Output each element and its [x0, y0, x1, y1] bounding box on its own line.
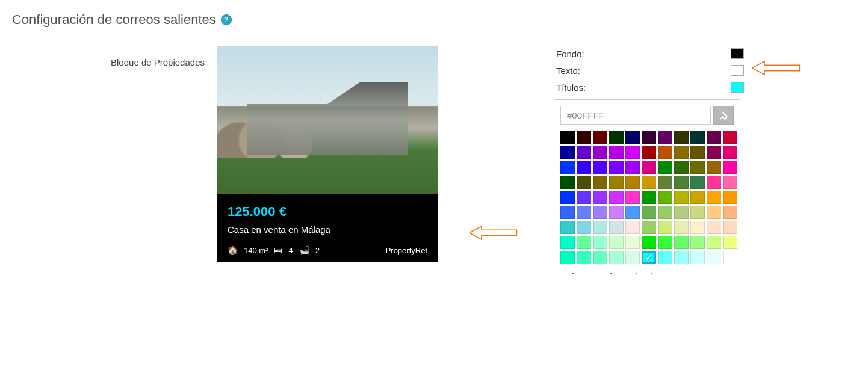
palette-cell[interactable]	[707, 206, 721, 219]
palette-cell[interactable]	[642, 251, 656, 264]
palette-cell[interactable]	[690, 191, 705, 204]
palette-cell[interactable]	[593, 251, 607, 264]
palette-cell[interactable]	[690, 251, 705, 264]
palette-cell[interactable]	[560, 221, 575, 234]
palette-cell[interactable]	[593, 161, 607, 174]
palette-cell[interactable]	[642, 221, 656, 234]
palette-cell[interactable]	[674, 176, 689, 189]
palette-cell[interactable]	[560, 146, 575, 159]
palette-cell[interactable]	[723, 221, 737, 234]
palette-cell[interactable]	[625, 131, 640, 144]
palette-cell[interactable]	[674, 161, 689, 174]
bg-color-swatch[interactable]	[731, 48, 744, 59]
palette-cell[interactable]	[723, 236, 737, 249]
palette-cell[interactable]	[658, 236, 672, 249]
palette-cell[interactable]	[625, 146, 640, 159]
text-color-swatch[interactable]	[731, 65, 744, 76]
palette-cell[interactable]	[593, 131, 607, 144]
palette-cell[interactable]	[690, 221, 705, 234]
palette-cell[interactable]	[577, 206, 591, 219]
palette-cell[interactable]	[560, 206, 575, 219]
palette-cell[interactable]	[625, 176, 640, 189]
palette-cell[interactable]	[577, 161, 591, 174]
palette-cell[interactable]	[577, 176, 591, 189]
palette-cell[interactable]	[577, 146, 591, 159]
palette-cell[interactable]	[593, 206, 607, 219]
help-icon[interactable]: ?	[221, 14, 232, 25]
palette-cell[interactable]	[690, 176, 705, 189]
palette-cell[interactable]	[593, 221, 607, 234]
titles-color-swatch[interactable]	[731, 82, 744, 93]
palette-cell[interactable]	[560, 131, 575, 144]
palette-cell[interactable]	[690, 236, 705, 249]
palette-cell[interactable]	[707, 176, 721, 189]
palette-cell[interactable]	[625, 221, 640, 234]
palette-cell[interactable]	[723, 131, 737, 144]
palette-cell[interactable]	[707, 146, 721, 159]
palette-cell[interactable]	[658, 146, 672, 159]
palette-cell[interactable]	[593, 176, 607, 189]
palette-cell[interactable]	[609, 191, 624, 204]
palette-cell[interactable]	[658, 161, 672, 174]
palette-cell[interactable]	[642, 236, 656, 249]
palette-cell[interactable]	[723, 146, 737, 159]
palette-cell[interactable]	[609, 251, 624, 264]
palette-cell[interactable]	[642, 191, 656, 204]
palette-cell[interactable]	[609, 161, 624, 174]
palette-cell[interactable]	[625, 161, 640, 174]
palette-cell[interactable]	[674, 191, 689, 204]
palette-cell[interactable]	[560, 236, 575, 249]
palette-cell[interactable]	[723, 191, 737, 204]
palette-cell[interactable]	[593, 191, 607, 204]
palette-cell[interactable]	[625, 251, 640, 264]
palette-cell[interactable]	[658, 206, 672, 219]
palette-cell[interactable]	[690, 146, 705, 159]
palette-cell[interactable]	[707, 131, 721, 144]
palette-cell[interactable]	[577, 131, 591, 144]
palette-cell[interactable]	[577, 236, 591, 249]
palette-cell[interactable]	[609, 236, 624, 249]
palette-cell[interactable]	[658, 251, 672, 264]
palette-cell[interactable]	[593, 146, 607, 159]
palette-cell[interactable]	[707, 221, 721, 234]
palette-cell[interactable]	[723, 251, 737, 264]
palette-cell[interactable]	[674, 146, 689, 159]
palette-cell[interactable]	[690, 161, 705, 174]
eyedropper-button[interactable]	[713, 106, 734, 125]
palette-cell[interactable]	[658, 191, 672, 204]
palette-cell[interactable]	[642, 206, 656, 219]
palette-cell[interactable]	[609, 131, 624, 144]
palette-cell[interactable]	[577, 221, 591, 234]
palette-cell[interactable]	[625, 236, 640, 249]
palette-cell[interactable]	[625, 206, 640, 219]
palette-cell[interactable]	[642, 131, 656, 144]
palette-cell[interactable]	[577, 191, 591, 204]
palette-cell[interactable]	[723, 161, 737, 174]
palette-cell[interactable]	[609, 176, 624, 189]
palette-cell[interactable]	[723, 206, 737, 219]
palette-cell[interactable]	[707, 236, 721, 249]
palette-cell[interactable]	[593, 236, 607, 249]
palette-cell[interactable]	[609, 146, 624, 159]
palette-cell[interactable]	[560, 176, 575, 189]
palette-cell[interactable]	[577, 251, 591, 264]
palette-cell[interactable]	[723, 176, 737, 189]
palette-cell[interactable]	[707, 191, 721, 204]
palette-cell[interactable]	[642, 176, 656, 189]
palette-cell[interactable]	[625, 191, 640, 204]
palette-cell[interactable]	[658, 176, 672, 189]
palette-cell[interactable]	[560, 251, 575, 264]
palette-cell[interactable]	[560, 191, 575, 204]
palette-cell[interactable]	[560, 161, 575, 174]
palette-cell[interactable]	[658, 131, 672, 144]
hex-input[interactable]	[560, 106, 711, 125]
palette-cell[interactable]	[609, 221, 624, 234]
palette-cell[interactable]	[642, 146, 656, 159]
palette-cell[interactable]	[690, 206, 705, 219]
palette-cell[interactable]	[707, 251, 721, 264]
palette-cell[interactable]	[707, 161, 721, 174]
palette-cell[interactable]	[674, 221, 689, 234]
palette-cell[interactable]	[674, 206, 689, 219]
palette-cell[interactable]	[658, 221, 672, 234]
palette-cell[interactable]	[690, 131, 705, 144]
